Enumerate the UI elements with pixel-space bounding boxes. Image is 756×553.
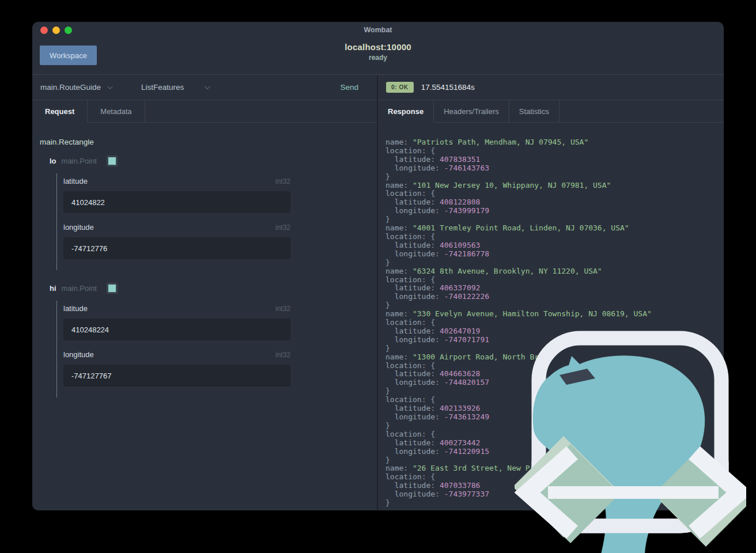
field-latitude: latitudeint32 bbox=[63, 304, 290, 340]
tab-request[interactable]: Request bbox=[32, 100, 88, 123]
response-line: location: { bbox=[385, 362, 724, 370]
method-group: ListFeatures bbox=[141, 83, 209, 92]
response-line: location: { bbox=[385, 473, 724, 482]
server-info: localhost:10000 ready bbox=[32, 42, 724, 62]
duration-label: 17.554151684s bbox=[421, 83, 475, 92]
response-line: name: "26 East 3rd Street, New Pr bbox=[385, 464, 724, 473]
response-line: longitude: -744820157 bbox=[385, 378, 724, 387]
response-line: latitude: 407838351 bbox=[385, 156, 724, 164]
response-line: } bbox=[385, 215, 724, 224]
response-line: longitude: -743999179 bbox=[385, 207, 724, 215]
response-line: longitude: -742186778 bbox=[385, 250, 724, 259]
response-line: latitude: 406337092 bbox=[385, 284, 724, 293]
field-head: latitudeint32 bbox=[63, 304, 290, 313]
response-entry: location: { latitude: 402133926 longitud… bbox=[385, 396, 724, 430]
request-toolbar: main.RouteGuide ListFeatures Send bbox=[32, 75, 377, 100]
response-line: latitude: 408122808 bbox=[385, 198, 724, 207]
field-head: longitudeint32 bbox=[63, 350, 290, 359]
lo-enabled-checkbox[interactable] bbox=[107, 156, 118, 166]
response-line: location: { bbox=[385, 319, 724, 327]
response-line: name: "330 Evelyn Avenue, Hamilton Towns… bbox=[385, 310, 724, 319]
chevron-down-icon[interactable] bbox=[205, 84, 210, 89]
field-longitude: longitudeint32 bbox=[63, 350, 290, 387]
service-select[interactable]: main.RouteGuide bbox=[40, 83, 101, 92]
field-longitude: longitudeint32 bbox=[63, 223, 290, 259]
response-line: longitude: -740122226 bbox=[385, 293, 724, 301]
request-panel: main.RouteGuide ListFeatures Send Reques… bbox=[32, 75, 377, 510]
field-label: longitude bbox=[63, 223, 94, 232]
response-line: longitude: -741220915 bbox=[385, 448, 724, 456]
field-type: int32 bbox=[275, 224, 290, 232]
response-line: location: { bbox=[385, 276, 724, 285]
tab-filler bbox=[145, 100, 377, 123]
method-select[interactable]: ListFeatures bbox=[141, 83, 184, 92]
response-entry: name: "4001 Tremley Point Road, Linden, … bbox=[385, 224, 724, 267]
checkbox-checked-fill bbox=[108, 157, 116, 165]
tab-filler bbox=[560, 100, 724, 123]
response-line: } bbox=[385, 173, 724, 181]
group-header: himain.Point bbox=[50, 283, 369, 294]
group-type: main.Point bbox=[62, 157, 97, 165]
group-type: main.Point bbox=[62, 284, 97, 293]
response-entry: name: "1300 Airport Road, North Brlocati… bbox=[385, 353, 724, 396]
lo-longitude-input[interactable] bbox=[63, 237, 290, 259]
response-line: location: { bbox=[385, 190, 724, 198]
field-label: longitude bbox=[63, 350, 94, 359]
response-line: name: "Patriots Path, Mendham, NJ 07945,… bbox=[385, 138, 724, 147]
response-line: } bbox=[385, 422, 724, 430]
tab-response[interactable]: Response bbox=[378, 100, 434, 123]
response-output[interactable]: name: "Patriots Path, Mendham, NJ 07945,… bbox=[378, 123, 724, 510]
response-line: latitude: 402133926 bbox=[385, 404, 724, 413]
response-line: longitude: -743613249 bbox=[385, 413, 724, 422]
send-button[interactable]: Send bbox=[340, 83, 358, 92]
response-line: name: "6324 8th Avenue, Brooklyn, NY 112… bbox=[385, 267, 724, 276]
response-entry: name: "6324 8th Avenue, Brooklyn, NY 112… bbox=[385, 267, 724, 310]
tab-metadata[interactable]: Metadata bbox=[88, 100, 145, 123]
field-latitude: latitudeint32 bbox=[63, 177, 290, 213]
group-body: latitudeint32longitudeint32 bbox=[56, 301, 369, 397]
response-line: } bbox=[385, 301, 724, 310]
response-line: } bbox=[385, 387, 724, 396]
tab-headers-trailers[interactable]: Headers/Trailers bbox=[434, 100, 509, 123]
response-line: latitude: 407033786 bbox=[385, 482, 724, 490]
request-tabs: Request Metadata bbox=[32, 100, 377, 123]
message-type-label: main.Rectangle bbox=[40, 138, 369, 146]
lo-latitude-input[interactable] bbox=[63, 191, 290, 213]
request-form: main.Rectangle lomain.Pointlatitudeint32… bbox=[32, 123, 377, 397]
titlebar[interactable]: Wombat bbox=[32, 22, 724, 39]
status-badge: 0: OK bbox=[386, 82, 414, 93]
response-line: longitude: -746143763 bbox=[385, 164, 724, 173]
hi-enabled-checkbox[interactable] bbox=[107, 283, 118, 294]
group-body: latitudeint32longitudeint32 bbox=[56, 173, 369, 270]
response-line: latitude: 402647019 bbox=[385, 327, 724, 336]
field-type: int32 bbox=[275, 305, 290, 313]
message-groups: lomain.Pointlatitudeint32longitudeint32h… bbox=[40, 156, 369, 397]
response-line: location: { bbox=[385, 147, 724, 156]
response-panel: 0: OK 17.554151684s Response Headers/Tra… bbox=[378, 75, 724, 510]
response-line: longitude: -743977337 bbox=[385, 490, 724, 499]
field-type: int32 bbox=[275, 351, 290, 359]
chevron-down-icon[interactable] bbox=[107, 84, 113, 89]
response-entry: name: "330 Evelyn Avenue, Hamilton Towns… bbox=[385, 310, 724, 353]
window-title: Wombat bbox=[32, 26, 724, 34]
hi-latitude-input[interactable] bbox=[63, 319, 290, 340]
group-header: lomain.Point bbox=[50, 156, 369, 166]
message-group-lo: lomain.Pointlatitudeint32longitudeint32 bbox=[50, 156, 369, 270]
server-status: ready bbox=[32, 54, 724, 62]
response-entry: location: { latitude: 400273442 longitud… bbox=[385, 430, 724, 465]
response-line: location: { bbox=[385, 430, 724, 439]
field-label: latitude bbox=[63, 304, 88, 313]
response-line: } bbox=[385, 344, 724, 353]
tab-statistics[interactable]: Statistics bbox=[509, 100, 560, 123]
response-line: } bbox=[385, 499, 724, 507]
response-line: name: "4001 Tremley Point Road, Linden, … bbox=[385, 224, 724, 233]
group-name: lo bbox=[50, 157, 56, 165]
hi-longitude-input[interactable] bbox=[63, 365, 290, 387]
response-line: longitude: -747071791 bbox=[385, 336, 724, 344]
group-name: hi bbox=[50, 284, 56, 293]
field-type: int32 bbox=[275, 177, 290, 185]
response-line: latitude: 400273442 bbox=[385, 439, 724, 448]
response-line: latitude: 404663628 bbox=[385, 370, 724, 378]
response-line: location: { bbox=[385, 233, 724, 241]
server-address: localhost:10000 bbox=[32, 42, 724, 52]
